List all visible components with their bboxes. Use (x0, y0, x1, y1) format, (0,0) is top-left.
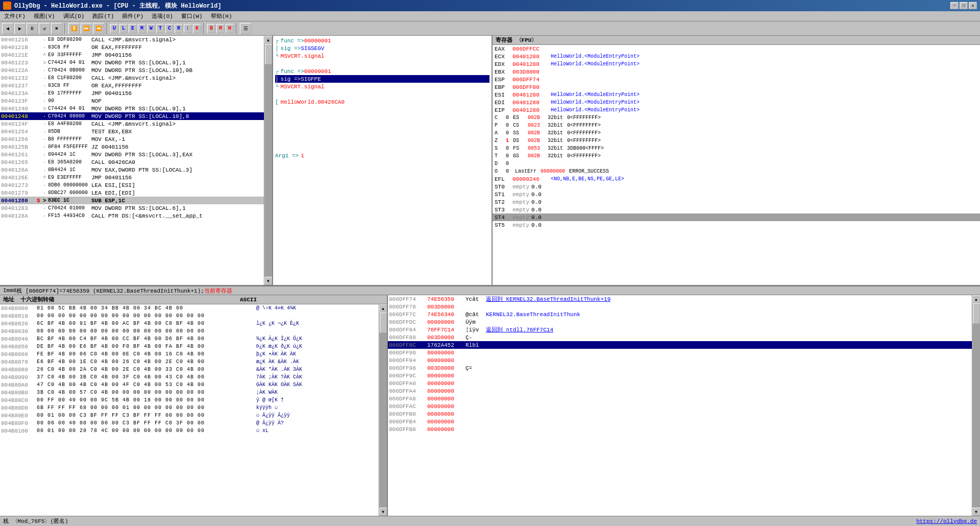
hex-row[interactable]: 004B8100 00 01 00 00 20 78 4C 00 00 00 0… (0, 427, 379, 435)
disasm-row[interactable]: 00401256 · B8 FFFFFFFF MOV EAX,-1 (0, 135, 264, 143)
stack-scroll-track[interactable] (973, 303, 980, 508)
disasm-row[interactable]: 00401265 · E8 365A0200 CALL 00426CA0 (0, 158, 264, 166)
toolbar-btn-b[interactable]: B (207, 24, 215, 33)
disasm-row[interactable]: 00401254 · 85DB TEST EBX,EBX (0, 128, 264, 135)
disasm-row[interactable]: 0040126E ^ E9 E3EFFFFF JMP 00401156 (0, 174, 264, 181)
toolbar-btn-l[interactable]: L (119, 24, 128, 33)
menu-help[interactable]: 帮助(H) (207, 11, 236, 21)
hex-row[interactable]: 004B8030 00 00 00 00 00 00 00 00 00 00 0… (0, 327, 379, 335)
stack-row[interactable]: 006DFFAC 00000000 (388, 402, 972, 410)
menu-plugins[interactable]: 插件(P) (118, 11, 148, 21)
menu-file[interactable]: 文件(F) (0, 11, 30, 21)
stack-scroll-thumb[interactable] (973, 303, 980, 324)
stack-row[interactable]: 006DFFA8 00000000 (388, 395, 972, 402)
disasm-row[interactable]: 0040123F · 90 NOP (0, 97, 264, 105)
hex-row[interactable]: 004B8060 FE BF 4B 00 06 C0 4B 00 0E C0 4… (0, 350, 379, 358)
toolbar-step-out[interactable]: ⏪ (93, 23, 104, 34)
toolbar-btn-h[interactable]: H (226, 24, 234, 33)
disasm-row[interactable]: 0040121E ^ E9 33FFFFFF JMP 00401156 (0, 51, 264, 59)
hex-row[interactable]: 004B8000 01 00 5C BB 4B 00 34 BB 4B 00 3… (0, 304, 379, 312)
stack-scroll-up[interactable]: ▲ (972, 295, 981, 303)
hex-scroll-track[interactable] (380, 313, 387, 508)
menu-options[interactable]: 选项(O) (148, 11, 177, 21)
scroll-thumb[interactable] (265, 44, 272, 64)
disasm-row-current[interactable]: 00401280 $ > 83EC 1C SUB ESP,1C (0, 197, 264, 204)
toolbar-step-into[interactable]: ⏬ (68, 23, 80, 34)
menu-debug[interactable]: 调试(D) (59, 11, 89, 21)
scroll-down-button[interactable]: ▼ (264, 277, 273, 285)
hex-row[interactable]: 004B8070 E6 BF 4B 00 1E C0 4B 00 26 C0 4… (0, 358, 379, 366)
stack-row[interactable]: 006DFF84 76FF7C14 ¦iÿv 返回到 ntdll.76FF7C1… (388, 326, 972, 333)
hex-row[interactable]: 004B8050 DE BF 4B 00 E6 BF 4B 00 F0 BF 4… (0, 343, 379, 350)
disasm-scrollbar[interactable]: ▲ ▼ (264, 36, 272, 285)
window-controls[interactable]: − ❐ ✕ (950, 2, 977, 9)
stack-row[interactable]: 006DFFDC 00000000 Üÿm (388, 318, 972, 326)
stack-row[interactable]: 006DFFB4 00000000 (388, 418, 972, 425)
disasm-row[interactable]: 0040123A · E9 17FFFFFF JMP 00401156 (0, 89, 264, 97)
hex-row[interactable]: 004B8020 6C BF 4B 00 91 BF 4B 00 AC BF 4… (0, 320, 379, 327)
disasm-row[interactable]: 00401283 · C70424 01000 MOV DWORD PTR SS… (0, 204, 264, 212)
toolbar-btn-m[interactable]: M (138, 24, 146, 33)
hex-row[interactable]: 004B8090 37 C0 4B 00 3B C0 4B 00 3F C0 4… (0, 373, 379, 381)
toolbar-btn-w[interactable]: W (147, 24, 155, 33)
disasm-row[interactable]: 0040128A · FF15 44934C0 CALL PTR DS:[<&m… (0, 212, 264, 220)
stack-scrollbar[interactable]: ▲ ▼ (972, 295, 980, 516)
toolbar-restart[interactable]: ↺ (39, 23, 50, 34)
disasm-row[interactable]: 00401240 > C74424 04 01 MOV DWORD PTR SS… (0, 105, 264, 112)
stack-row[interactable]: 006DFF9C 00000000 (388, 372, 972, 379)
toolbar-btn-k[interactable]: ↕ (184, 24, 192, 33)
disasm-row[interactable]: 0040121B · 83C8 FF OR EAX,FFFFFFFF (0, 43, 264, 51)
toolbar-btn-k2[interactable]: K (193, 24, 201, 33)
hex-row[interactable]: 004B80A0 47 C0 4B 00 4B C0 4B 00 4F C0 4… (0, 381, 379, 389)
scroll-up-button[interactable]: ▲ (264, 36, 273, 44)
hex-scroll-up[interactable]: ▲ (379, 304, 387, 313)
stack-row[interactable]: 006DFFB8 00000000 (388, 425, 972, 433)
toolbar-btn-m2[interactable]: M (216, 24, 225, 33)
disasm-row[interactable]: 00401223 > C74424 04 01 MOV DWORD PTR SS… (0, 59, 264, 66)
minimize-button[interactable]: − (950, 2, 959, 9)
stack-row[interactable]: 006DFF94 00000000 (388, 356, 972, 364)
hex-row[interactable]: 004B8010 00 00 00 00 00 00 00 00 00 00 0… (0, 312, 379, 320)
toolbar-step-over[interactable]: ⏩ (81, 23, 92, 34)
stack-row[interactable]: 006DFF78 003D8000 (388, 303, 972, 310)
disasm-row-highlighted[interactable]: 00401248 · C70424 08000 MOV DWORD PTR SS… (0, 112, 264, 120)
hex-row[interactable]: 004B80F0 00 00 00 40 00 00 00 00 C3 BF F… (0, 419, 379, 427)
hex-row[interactable]: 004B80E0 00 01 00 00 C3 BF FF FF C3 BF F… (0, 412, 379, 419)
stack-row[interactable]: 006DFFB0 00000000 (388, 410, 972, 418)
toolbar-btn-e[interactable]: E (129, 24, 137, 33)
toolbar-close[interactable]: ✖ (51, 23, 62, 34)
toolbar-btn-t[interactable]: T (156, 24, 164, 33)
toolbar-rewind[interactable]: ◀ (2, 23, 13, 34)
scroll-track[interactable] (265, 44, 272, 277)
stack-row[interactable]: 006DFF74 74E56359 Ycât 返回到 KERNEL32.Base… (388, 295, 972, 303)
toolbar-btn-r[interactable]: R (175, 24, 183, 33)
stack-row[interactable]: 006DFFA0 00000000 (388, 379, 972, 387)
disasm-row[interactable]: 0040124F · E8 A4F80200 CALL <JMP.&msvcrt… (0, 120, 264, 128)
toolbar-pause[interactable]: ⏸ (27, 23, 38, 34)
toolbar-list[interactable]: ☰ (240, 23, 251, 34)
hex-row[interactable]: 004B80C0 00 FF 00 40 00 00 9C 5B 4B 00 1… (0, 396, 379, 404)
disasm-row[interactable]: 00401216 · E8 DDF80200 CALL <JMP.&msvcrt… (0, 36, 264, 43)
disasm-row[interactable]: 0040122A · C70424 0B000 MOV DWORD PTR SS… (0, 66, 264, 74)
toolbar-btn-c[interactable]: C (165, 24, 174, 33)
disasm-row[interactable]: 00401261 · 894424 1C MOV DWORD PTR SS:[L… (0, 151, 264, 158)
toolbar-run[interactable]: ▶ (14, 23, 26, 34)
stack-row[interactable]: 006DFF7C 74E56340 @cât KERNEL32.BaseThre… (388, 310, 972, 318)
disasm-row[interactable]: 00401232 · E8 C1F80200 CALL <JMP.&msvcrt… (0, 74, 264, 82)
hex-row[interactable]: 004B8040 BC BF 4B 00 C4 BF 4B 00 CC BF 4… (0, 335, 379, 343)
stack-row[interactable]: 006DFF88 003D8000 Ç- (388, 333, 972, 341)
disasm-row[interactable]: 00401237 · 83C8 FF OR EAX,FFFFFFFF (0, 82, 264, 89)
disasm-row[interactable]: 0040125B · 0F84 F5FEFFFF JZ 00401156 (0, 143, 264, 151)
disasm-row[interactable]: 00401273 · 8DB6 00000000 LEA ESI,[ESI] (0, 181, 264, 189)
stack-row-highlighted[interactable]: 006DFF8C 1762A452 Rlbî (388, 341, 972, 349)
menu-trace[interactable]: 跑踪(T) (88, 11, 118, 21)
disasm-row[interactable]: 0040126A · 8B4424 1C MOV EAX,DWORD PTR S… (0, 166, 264, 174)
close-button[interactable]: ✕ (969, 2, 977, 9)
toolbar-btn-u[interactable]: U (110, 24, 118, 33)
hex-row[interactable]: 004B8080 26 C0 4B 00 2A C0 4B 00 2E C0 4… (0, 366, 379, 373)
hex-row[interactable]: 004B80D0 6B FF FF FF 68 00 00 00 01 00 0… (0, 404, 379, 412)
stack-row[interactable]: 006DFF90 00000000 (388, 349, 972, 356)
stack-row[interactable]: 006DFF98 003D8000 Ç= (388, 364, 972, 372)
stack-row[interactable]: 006DFFA4 00000000 (388, 387, 972, 395)
hex-scroll-thumb[interactable] (380, 313, 387, 333)
